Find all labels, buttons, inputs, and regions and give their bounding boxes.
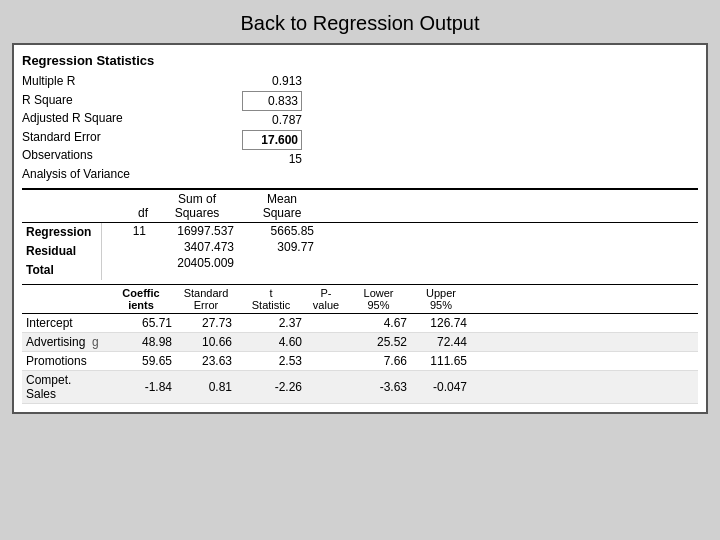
coef-header-row: Coefficients StandardError tStatistic P-… <box>22 285 698 314</box>
anova-df-regression: 11 <box>102 224 152 238</box>
coef-extra-advertising: g <box>92 335 106 349</box>
anova-ms-regression: 5665.85 <box>242 224 322 238</box>
coef-label-advertising: Advertising <box>22 335 92 349</box>
stat-label-observations: Observations <box>22 146 182 165</box>
anova-total-label: Total <box>26 261 101 280</box>
stat-value-observations: 15 <box>242 150 302 169</box>
stat-label-multiple-r: Multiple R <box>22 72 182 91</box>
coef-coef-advertising: 48.98 <box>106 335 176 349</box>
anova-section: df Sum ofSquares MeanSquare Regression R… <box>22 188 698 281</box>
coef-se-intercept: 27.73 <box>176 316 236 330</box>
coef-row-compet-sales: Compet. Sales -1.84 0.81 -2.26 -3.63 -0.… <box>22 371 698 404</box>
coef-coef-compet-sales: -1.84 <box>106 380 176 394</box>
anova-col-ss-header: Sum ofSquares <box>152 192 242 220</box>
coef-coef-promotions: 59.65 <box>106 354 176 368</box>
coef-header-lower: Lower95% <box>346 287 411 311</box>
anova-col-ms-header: MeanSquare <box>242 192 322 220</box>
anova-row-regression: 11 16997.537 5665.85 <box>102 223 698 239</box>
coef-coef-intercept: 65.71 <box>106 316 176 330</box>
anova-ss-regression: 16997.537 <box>152 224 242 238</box>
coef-se-compet-sales: 0.81 <box>176 380 236 394</box>
coef-row-intercept: Intercept 65.71 27.73 2.37 4.67 126.74 <box>22 314 698 333</box>
anova-df-total <box>102 256 152 270</box>
coef-header-upper: Upper95% <box>411 287 471 311</box>
coef-se-advertising: 10.66 <box>176 335 236 349</box>
coef-upper-promotions: 111.65 <box>411 354 471 368</box>
anova-area: Regression Residual Total 11 16997.537 5… <box>22 223 698 281</box>
anova-row-total: 20405.009 <box>102 255 698 271</box>
anova-ms-total <box>242 256 322 270</box>
coef-t-compet-sales: -2.26 <box>236 380 306 394</box>
anova-col-df-header: df <box>102 206 152 220</box>
coef-upper-intercept: 126.74 <box>411 316 471 330</box>
anova-header-row: df Sum ofSquares MeanSquare <box>22 188 698 223</box>
page-title: Back to Regression Output <box>0 0 720 43</box>
coef-t-promotions: 2.53 <box>236 354 306 368</box>
anova-ss-total: 20405.009 <box>152 256 242 270</box>
coef-row-advertising: Advertising g 48.98 10.66 4.60 25.52 72.… <box>22 333 698 352</box>
stats-section: Multiple R R Square Adjusted R Square St… <box>22 72 698 184</box>
anova-left-label: Regression Residual Total <box>22 223 102 281</box>
stat-value-adj-r-square: 0.787 <box>242 111 302 130</box>
anova-residual-label: Residual <box>26 242 101 261</box>
coef-header-coef: Coefficients <box>106 287 176 311</box>
coef-header-p: P-value <box>306 287 346 311</box>
coef-lower-advertising: 25.52 <box>346 335 411 349</box>
coef-upper-advertising: 72.44 <box>411 335 471 349</box>
stat-label-anova: Analysis of Variance <box>22 165 182 184</box>
stat-label-adj-r-square: Adjusted R Square <box>22 109 182 128</box>
stats-labels: Multiple R R Square Adjusted R Square St… <box>22 72 182 184</box>
coef-section: Coefficients StandardError tStatistic P-… <box>22 284 698 404</box>
anova-ss-residual: 3407.473 <box>152 240 242 254</box>
stats-values: 0.913 0.833 0.787 17.600 15 <box>242 72 302 184</box>
coef-se-promotions: 23.63 <box>176 354 236 368</box>
anova-regression-label: Regression <box>26 223 101 242</box>
anova-ms-residual: 309.77 <box>242 240 322 254</box>
coef-row-promotions: Promotions 59.65 23.63 2.53 7.66 111.65 <box>22 352 698 371</box>
stat-label-r-square: R Square <box>22 91 182 110</box>
anova-row-residual: 3407.473 309.77 <box>102 239 698 255</box>
coef-upper-compet-sales: -0.047 <box>411 380 471 394</box>
coef-lower-intercept: 4.67 <box>346 316 411 330</box>
stat-value-r-square: 0.833 <box>242 91 302 112</box>
stat-value-multiple-r: 0.913 <box>242 72 302 91</box>
stat-label-std-error: Standard Error <box>22 128 182 147</box>
coef-t-intercept: 2.37 <box>236 316 306 330</box>
coef-label-promotions: Promotions <box>22 354 92 368</box>
regression-stats-header: Regression Statistics <box>22 53 698 68</box>
anova-df-residual <box>102 240 152 254</box>
coef-label-intercept: Intercept <box>22 316 92 330</box>
coef-t-advertising: 4.60 <box>236 335 306 349</box>
coef-header-t: tStatistic <box>236 287 306 311</box>
coef-header-se: StandardError <box>176 287 236 311</box>
coef-lower-promotions: 7.66 <box>346 354 411 368</box>
stat-value-std-error: 17.600 <box>242 130 302 151</box>
outer-box: Regression Statistics Multiple R R Squar… <box>12 43 708 414</box>
anova-right: 11 16997.537 5665.85 3407.473 309.77 204… <box>102 223 698 281</box>
coef-lower-compet-sales: -3.63 <box>346 380 411 394</box>
coef-label-compet-sales: Compet. Sales <box>22 373 92 401</box>
